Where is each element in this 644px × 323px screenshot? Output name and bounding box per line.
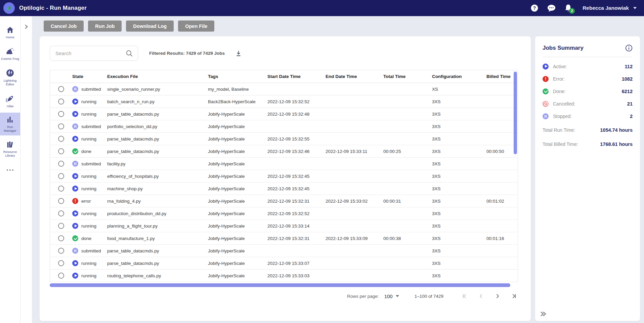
notification-badge: 2 bbox=[569, 8, 575, 14]
next-page-icon[interactable] bbox=[493, 292, 502, 300]
row-radio[interactable] bbox=[58, 98, 64, 105]
sidebar-item-cosmic-frog[interactable]: Cosmic Frog bbox=[0, 44, 20, 63]
table-row[interactable]: running machine_shop.py Jobify-HyperScal… bbox=[50, 183, 518, 195]
help-icon[interactable]: ? bbox=[530, 4, 539, 12]
chat-icon[interactable] bbox=[547, 4, 556, 12]
table-row[interactable]: submitted portfolio_selection_dd.py Jobi… bbox=[50, 120, 518, 133]
billed-time-cell: 00:00:50 bbox=[486, 149, 518, 154]
sidebar-item-atlas[interactable]: Atlas bbox=[0, 91, 20, 111]
run-job-button[interactable]: Run Job bbox=[88, 21, 122, 32]
row-radio[interactable] bbox=[58, 123, 64, 129]
state-icon bbox=[72, 111, 78, 117]
export-download-icon[interactable] bbox=[235, 50, 242, 57]
execution-file-cell: batch_search_n_run.py bbox=[107, 99, 208, 104]
table-row[interactable]: running routing_telephone_calls.py Jobif… bbox=[50, 270, 518, 282]
configuration-cell: 3XS bbox=[432, 174, 486, 179]
row-radio[interactable] bbox=[58, 210, 64, 216]
sidebar-item-home[interactable]: Home bbox=[0, 23, 20, 42]
table-row[interactable]: running batch_search_n_run.py Back2Back-… bbox=[50, 95, 518, 108]
table-row[interactable]: error rna_folding_4.py Jobify-HyperScale… bbox=[50, 195, 518, 207]
search-icon[interactable] bbox=[126, 50, 133, 57]
rows-per-page-select[interactable]: 100 bbox=[384, 293, 399, 299]
summary-row-active: Active: 112 bbox=[543, 60, 633, 73]
execution-file-cell: single_scenario_runner.py bbox=[107, 87, 208, 92]
table-row[interactable]: running parse_table_datacmds.py Jobify-H… bbox=[50, 257, 518, 270]
horizontal-scrollbar[interactable] bbox=[50, 283, 510, 287]
tags-cell: Jobify-HyperScale bbox=[208, 273, 267, 278]
last-page-icon[interactable] bbox=[510, 292, 518, 300]
execution-file-cell: efficiency_of_hospitals.py bbox=[107, 174, 208, 179]
download-log-button[interactable]: Download Log bbox=[126, 21, 174, 32]
configuration-cell: 3XS bbox=[432, 99, 486, 104]
first-page-icon[interactable] bbox=[461, 292, 469, 300]
configuration-cell: 3XS bbox=[432, 149, 486, 154]
search-input[interactable] bbox=[55, 50, 126, 56]
state-label: submitted bbox=[81, 161, 101, 166]
stopped-state-icon bbox=[543, 113, 549, 119]
previous-page-icon[interactable] bbox=[477, 292, 485, 300]
row-radio[interactable] bbox=[58, 235, 64, 241]
state-icon bbox=[72, 223, 78, 229]
state-label: submitted bbox=[81, 248, 101, 253]
state-label: done bbox=[81, 149, 91, 154]
vertical-scrollbar[interactable] bbox=[514, 72, 517, 154]
row-radio[interactable] bbox=[58, 273, 64, 279]
expand-panel-chevron-icon[interactable] bbox=[24, 24, 29, 30]
jobs-table-card: Filtered Results: 7429 of 7429 Jobs Stat… bbox=[40, 36, 531, 321]
execution-file-cell: facility.py bbox=[107, 161, 208, 166]
summary-total-run-time: Total Run Time: 1054.74 hours bbox=[543, 124, 633, 136]
end-date-time-cell: 2022-12-09 15:33:11 bbox=[326, 149, 383, 154]
sidebar-more-icon[interactable] bbox=[6, 167, 14, 173]
state-label: running bbox=[81, 261, 96, 266]
tags-cell: Jobify-HyperScale bbox=[208, 236, 267, 241]
table-row[interactable]: running parse_table_datacmds.py Jobify-H… bbox=[50, 108, 518, 120]
open-file-button[interactable]: Open File bbox=[178, 21, 214, 32]
state-label: running bbox=[81, 273, 96, 278]
row-radio[interactable] bbox=[58, 86, 64, 92]
row-radio[interactable] bbox=[58, 186, 64, 192]
tags-cell: Jobify-HyperScale bbox=[208, 174, 267, 179]
summary-total-billed-time: Total Billed Time: 1768.61 hours bbox=[543, 138, 633, 151]
sidebar-item-run-manager[interactable]: Run Manager bbox=[0, 113, 20, 135]
execution-file-cell: rna_folding_4.py bbox=[107, 199, 208, 204]
table-row[interactable]: running production_distribution_dd.py Jo… bbox=[50, 207, 518, 220]
row-radio[interactable] bbox=[58, 111, 64, 117]
execution-file-cell: parse_table_datacmds.py bbox=[107, 261, 208, 266]
billed-time-cell: 00:01:02 bbox=[486, 199, 518, 204]
collapse-panel-double-chevron-icon[interactable] bbox=[540, 311, 547, 318]
state-icon bbox=[72, 273, 78, 279]
table-row[interactable]: running planning_a_flight_tour.py Jobify… bbox=[50, 220, 518, 232]
row-radio[interactable] bbox=[58, 148, 64, 154]
row-radio[interactable] bbox=[58, 173, 64, 179]
cancel-job-button[interactable]: Cancel Job bbox=[44, 21, 84, 32]
row-radio[interactable] bbox=[58, 136, 64, 142]
table-row[interactable]: running efficiency_of_hospitals.py Jobif… bbox=[50, 170, 518, 183]
notifications-bell-icon[interactable]: 2 bbox=[564, 4, 572, 12]
configuration-cell: 3XS bbox=[432, 124, 486, 129]
state-label: running bbox=[81, 99, 96, 104]
table-row[interactable]: submitted facility.py Jobify-HyperScale … bbox=[50, 158, 518, 170]
billed-time-cell: 00:01:16 bbox=[486, 236, 518, 241]
table-row[interactable]: submitted single_scenario_runner.py my_m… bbox=[50, 83, 518, 95]
configuration-cell: 3XS bbox=[432, 112, 486, 117]
start-date-time-cell: 2022-12-09 15:32:31 bbox=[267, 199, 326, 204]
summary-row-stopped: Stopped: 2 bbox=[543, 110, 633, 122]
row-radio[interactable] bbox=[58, 161, 64, 167]
row-radio[interactable] bbox=[58, 198, 64, 204]
row-radio[interactable] bbox=[58, 248, 64, 254]
table-row[interactable]: done food_manufacture_1.py Jobify-HyperS… bbox=[50, 232, 518, 245]
configuration-cell: 3XS bbox=[432, 199, 486, 204]
table-row[interactable]: running parse_table_datacmds.py Jobify-H… bbox=[50, 133, 518, 145]
table-row[interactable]: submitted parse_table_datacmds.py Jobify… bbox=[50, 245, 518, 257]
table-row[interactable]: done parse_table_datacmds.py Jobify-Hype… bbox=[50, 145, 518, 158]
configuration-cell: 3XS bbox=[432, 161, 486, 166]
state-icon bbox=[72, 260, 78, 266]
cancelled-state-icon bbox=[543, 101, 549, 107]
sidebar-item-lightning-editor[interactable]: Lightning Editor bbox=[0, 66, 20, 89]
row-radio[interactable] bbox=[58, 223, 64, 229]
execution-file-cell: planning_a_flight_tour.py bbox=[107, 224, 208, 229]
sidebar-item-resource-library[interactable]: Resource Library bbox=[0, 137, 20, 160]
info-icon[interactable] bbox=[625, 44, 633, 52]
user-menu[interactable]: Rebecca Janowiak bbox=[583, 5, 637, 11]
row-radio[interactable] bbox=[58, 260, 64, 266]
